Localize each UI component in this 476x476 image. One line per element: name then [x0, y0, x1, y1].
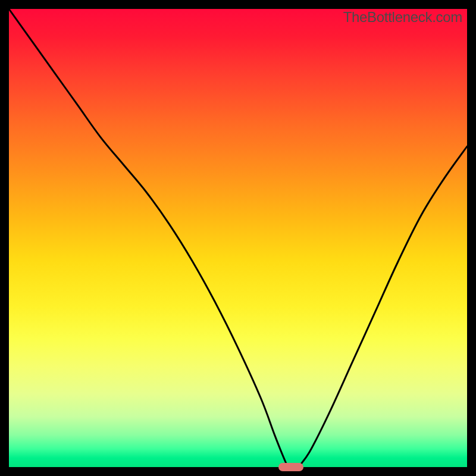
chart-frame: TheBottleneck.com	[0, 0, 476, 476]
optimal-marker	[278, 463, 303, 471]
bottleneck-curve	[9, 9, 467, 467]
plot-area: TheBottleneck.com	[9, 9, 467, 467]
